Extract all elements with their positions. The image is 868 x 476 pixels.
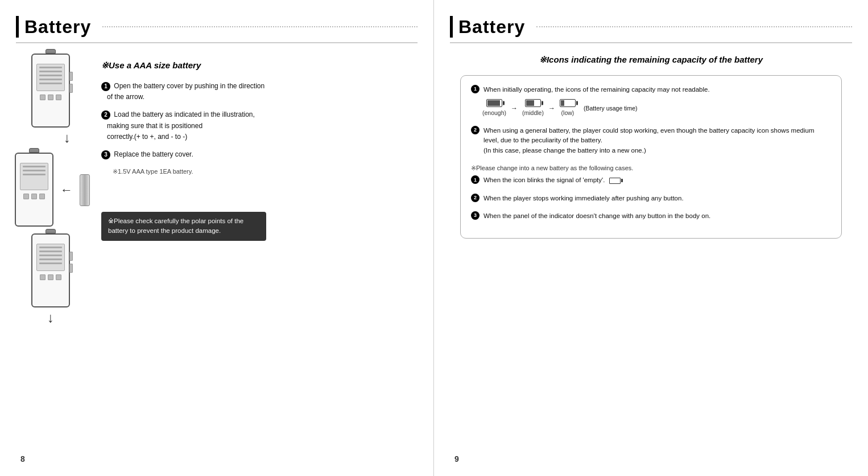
left-content: ↓ xyxy=(0,43,433,337)
dev-knob-1 xyxy=(46,49,56,54)
device-row-2: ← xyxy=(11,154,90,227)
battery-icons-row: (enough) → (middle) → xyxy=(482,99,831,118)
title-accent xyxy=(16,16,19,38)
screen-line xyxy=(39,255,62,256)
step-3-text: Replace the battery cover. xyxy=(114,150,193,158)
dev-side-btns-3 xyxy=(69,252,73,273)
info-row-4: 2 When the player stops working immediat… xyxy=(471,194,831,203)
batt-full-fill xyxy=(487,100,500,106)
info-section-3: ※Please change into a new battery as the… xyxy=(471,163,831,186)
info-row-2: 2 When using a general battery, the play… xyxy=(471,126,831,155)
right-dotted-line xyxy=(536,26,852,27)
info-row-1: 1 When initially operating, the icons of… xyxy=(471,85,831,95)
step-1-text: Open the battery cover by pushing in the… xyxy=(101,82,264,101)
page-number-left: 8 xyxy=(20,454,25,463)
info-text-4: When the player stops working immediatel… xyxy=(483,194,831,203)
dev-side-btn xyxy=(69,84,73,93)
dev-btn xyxy=(56,95,61,100)
instructions-panel: ※Use a AAA size battery 1 Open the batte… xyxy=(101,55,422,326)
title-dotted-line xyxy=(102,26,418,27)
batt-full-group: (enough) xyxy=(482,99,506,118)
battery-cylinder xyxy=(80,174,90,206)
warning-box: ※Please check carefully the polar points… xyxy=(101,212,266,241)
screen-line xyxy=(39,258,62,260)
dev-side-btn xyxy=(69,264,73,273)
info-section-1: 1 When initially operating, the icons of… xyxy=(471,85,831,118)
dev-knob-2 xyxy=(29,148,39,153)
info-box: 1 When initially operating, the icons of… xyxy=(460,75,842,239)
screen-line xyxy=(39,251,62,252)
dev-screen-lines-1 xyxy=(37,64,64,87)
dev-screen-3 xyxy=(36,244,65,271)
step-num-1: 1 xyxy=(101,82,110,91)
circle-1: 1 xyxy=(471,85,480,93)
left-page: Battery xyxy=(0,0,434,476)
battery-usage-time-label: (Battery usage time) xyxy=(584,104,638,113)
batt-low-icon xyxy=(560,99,576,107)
circle-2: 2 xyxy=(471,126,480,134)
screen-line xyxy=(39,79,62,80)
circle-2b: 2 xyxy=(471,194,480,202)
info-section-4: 2 When the player stops working immediat… xyxy=(471,194,831,203)
dev-bottom-2 xyxy=(23,194,45,199)
dev-side-btns xyxy=(69,72,73,93)
step-2: 2 Load the battery as indicated in the i… xyxy=(101,109,422,142)
screen-line xyxy=(23,166,46,167)
step-num-3: 3 xyxy=(101,150,110,159)
step-num-2: 2 xyxy=(101,110,110,120)
dev-bottom-3 xyxy=(40,274,61,280)
batt-low-group: (low) xyxy=(560,99,576,118)
dev-btn xyxy=(48,95,53,100)
device-illus-1: ↓ xyxy=(28,55,73,146)
dev-screen-lines-2 xyxy=(20,163,48,178)
dev-screen-lines-3 xyxy=(37,244,64,266)
batt-low-fill xyxy=(561,100,564,106)
step-2-text: Load the battery as indicated in the ill… xyxy=(101,110,255,140)
device-illus-2 xyxy=(11,154,57,227)
batt-middle-label: (middle) xyxy=(522,108,544,118)
device-images: ↓ xyxy=(11,55,90,326)
left-title-bar: Battery xyxy=(16,16,418,43)
battery-note: ※1.5V AAA type 1EA battery. xyxy=(113,168,422,175)
batt-mid-fill xyxy=(526,100,534,106)
arrow-down-icon: ↓ xyxy=(64,130,71,146)
arrow-icon-2: → xyxy=(548,103,555,114)
dev-side-btn xyxy=(69,252,73,261)
device-illus-3: ↓ xyxy=(28,235,73,326)
info-row-5: 3 When the panel of the indicator doesn'… xyxy=(471,211,831,221)
arrow-left-icon: ← xyxy=(60,183,73,198)
batt-low-label: (low) xyxy=(561,108,574,118)
batt-mid-icon xyxy=(525,99,541,107)
empty-batt-icon xyxy=(609,178,621,184)
screen-line xyxy=(39,71,62,72)
info-text-3: When the icon blinks the signal of 'empt… xyxy=(483,175,831,185)
dev-body-3 xyxy=(31,233,70,307)
dev-btn xyxy=(40,95,46,100)
info-text-2: When using a general battery, the player… xyxy=(483,126,831,155)
arrow-icon-1: → xyxy=(511,103,518,114)
screen-line xyxy=(39,83,62,84)
right-title-bar: Battery xyxy=(450,16,852,43)
dev-side-btn xyxy=(69,72,73,81)
info-row-3: 1 When the icon blinks the signal of 'em… xyxy=(471,175,831,185)
right-subtitle: ※Icons indicating the remaining capacity… xyxy=(450,55,852,65)
dev-screen-2 xyxy=(20,163,48,190)
dev-body-1 xyxy=(31,54,70,128)
info-text-1: When initially operating, the icons of t… xyxy=(483,85,831,95)
dev-btn xyxy=(40,274,46,280)
dev-btn xyxy=(31,194,37,199)
batt-full-icon xyxy=(486,99,502,107)
right-title-accent xyxy=(450,16,453,38)
screen-line xyxy=(23,170,46,171)
circle-3: 3 xyxy=(471,211,480,220)
step-3: 3 Replace the battery cover. xyxy=(101,149,422,160)
screen-line xyxy=(39,75,62,76)
circle-1b: 1 xyxy=(471,175,480,184)
info-section-5: 3 When the panel of the indicator doesn'… xyxy=(471,211,831,221)
screen-line xyxy=(39,262,62,264)
right-page: Battery ※Icons indicating the remaining … xyxy=(434,0,868,476)
asterisk-note: ※Please change into a new battery as the… xyxy=(471,163,831,174)
batt-mid-group: (middle) xyxy=(522,99,544,118)
screen-line xyxy=(39,247,62,248)
info-text-5: When the panel of the indicator doesn't … xyxy=(483,211,831,221)
